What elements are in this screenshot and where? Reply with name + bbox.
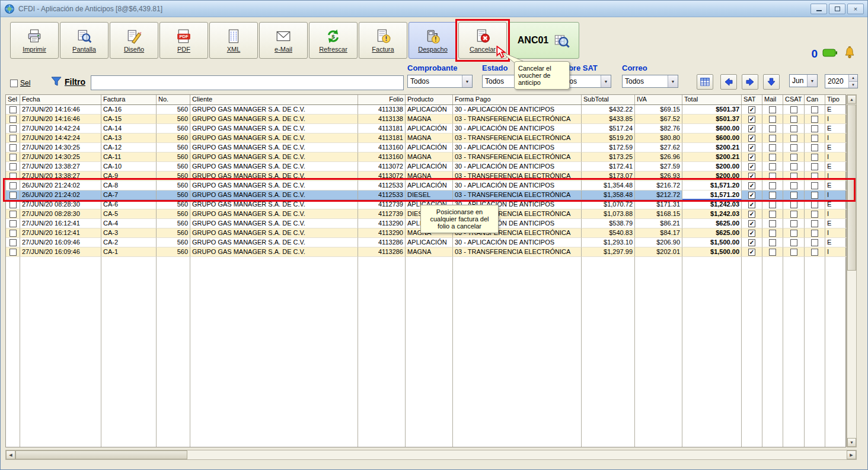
sel-all-checkbox[interactable] — [10, 80, 18, 87]
sel-checkbox[interactable] — [9, 211, 17, 218]
column-header-formapago[interactable]: Forma Pago — [453, 95, 582, 104]
sat-checkbox[interactable]: ✓ — [748, 116, 755, 123]
sel-checkbox[interactable] — [9, 163, 17, 170]
vertical-scrollbar[interactable]: ▲ ▼ — [847, 94, 857, 447]
mail-checkbox[interactable] — [769, 201, 776, 208]
sat-checkbox[interactable]: ✓ — [748, 230, 755, 237]
sel-checkbox[interactable] — [9, 106, 17, 113]
diseno-button[interactable]: Diseño — [110, 22, 158, 59]
sel-checkbox[interactable] — [9, 144, 17, 151]
column-header-iva[interactable]: IVA — [635, 95, 682, 104]
can-checkbox[interactable] — [811, 116, 818, 123]
month-dropdown[interactable]: Jun ▼ — [789, 74, 818, 87]
column-header-folio[interactable]: Folio — [358, 95, 406, 104]
correo-dropdown[interactable]: Todos ▼ — [622, 75, 678, 88]
csat-checkbox[interactable] — [790, 249, 797, 256]
grid-view-button[interactable] — [697, 74, 713, 90]
nav-previous-button[interactable] — [720, 74, 737, 90]
mail-checkbox[interactable] — [769, 163, 776, 170]
csat-checkbox[interactable] — [790, 125, 797, 132]
sat-checkbox[interactable]: ✓ — [748, 192, 755, 199]
can-checkbox[interactable] — [811, 211, 818, 218]
column-header-can[interactable]: Can — [805, 95, 825, 104]
mail-checkbox[interactable] — [769, 192, 776, 199]
column-header-tipo[interactable]: Tipo — [825, 95, 847, 104]
can-checkbox[interactable] — [811, 192, 818, 199]
can-checkbox[interactable] — [811, 249, 818, 256]
mail-checkbox[interactable] — [769, 173, 776, 180]
column-header-cliente[interactable]: Cliente — [190, 95, 358, 104]
can-checkbox[interactable] — [811, 106, 818, 113]
pantalla-button[interactable]: Pantalla — [60, 22, 108, 59]
csat-checkbox[interactable] — [790, 230, 797, 237]
imprimir-button[interactable]: Imprimir — [10, 22, 59, 59]
mail-checkbox[interactable] — [769, 154, 776, 161]
can-checkbox[interactable] — [811, 135, 818, 142]
column-header-total[interactable]: Total — [682, 95, 742, 104]
sel-checkbox[interactable] — [9, 192, 17, 199]
nav-down-button[interactable] — [763, 74, 780, 90]
sat-checkbox[interactable]: ✓ — [748, 154, 755, 161]
table-row[interactable]: 27/JUN/20 13:38:27CA-10560GRUPO GAS MANA… — [6, 162, 845, 172]
mail-checkbox[interactable] — [769, 230, 776, 237]
sat-checkbox[interactable]: ✓ — [748, 201, 755, 208]
table-row[interactable]: 27/JUN/20 14:30:25CA-12560GRUPO GAS MANA… — [6, 143, 845, 153]
sel-checkbox[interactable] — [9, 220, 17, 227]
spin-up-icon[interactable]: ▲ — [849, 75, 857, 82]
sat-checkbox[interactable]: ✓ — [748, 211, 755, 218]
table-row[interactable]: 27/JUN/20 14:16:46CA-16560GRUPO GAS MANA… — [6, 105, 845, 115]
mail-checkbox[interactable] — [769, 239, 776, 246]
scroll-down-icon[interactable]: ▼ — [847, 438, 856, 447]
chevron-down-icon[interactable]: ▼ — [668, 75, 678, 87]
column-header-subtotal[interactable]: SubTotal — [582, 95, 635, 104]
mail-checkbox[interactable] — [769, 220, 776, 227]
can-checkbox[interactable] — [811, 201, 818, 208]
can-checkbox[interactable] — [811, 182, 818, 189]
csat-checkbox[interactable] — [790, 201, 797, 208]
can-checkbox[interactable] — [811, 163, 818, 170]
can-checkbox[interactable] — [811, 154, 818, 161]
mail-checkbox[interactable] — [769, 182, 776, 189]
sel-checkbox[interactable] — [9, 154, 17, 161]
sel-checkbox[interactable] — [9, 201, 17, 208]
table-row[interactable]: 27/JUN/20 16:09:46CA-1560GRUPO GAS MANAG… — [6, 247, 845, 257]
mail-checkbox[interactable] — [769, 211, 776, 218]
csat-checkbox[interactable] — [790, 163, 797, 170]
sat-checkbox[interactable]: ✓ — [748, 163, 755, 170]
sel-checkbox[interactable] — [9, 173, 17, 180]
table-row[interactable]: 27/JUN/20 14:16:46CA-15560GRUPO GAS MANA… — [6, 115, 845, 124]
table-row[interactable]: 26/JUN/20 21:24:02CA-7560GRUPO GAS MANAG… — [6, 190, 845, 200]
mail-checkbox[interactable] — [769, 249, 776, 256]
mail-checkbox[interactable] — [769, 125, 776, 132]
mail-checkbox[interactable] — [769, 106, 776, 113]
column-header-sel[interactable]: Sel — [6, 95, 20, 104]
table-row[interactable]: 26/JUN/20 21:24:02CA-8560GRUPO GAS MANAG… — [6, 181, 845, 190]
year-spinner[interactable]: 2020 ▲ ▼ — [825, 74, 858, 88]
mail-checkbox[interactable] — [769, 135, 776, 142]
refrescar-button[interactable]: $Refrescar — [309, 22, 358, 59]
sel-checkbox[interactable] — [9, 182, 17, 189]
sel-checkbox[interactable] — [9, 230, 17, 237]
sat-checkbox[interactable]: ✓ — [748, 249, 755, 256]
scroll-up-icon[interactable]: ▲ — [847, 95, 856, 104]
csat-checkbox[interactable] — [790, 182, 797, 189]
column-header-mail[interactable]: Mail — [762, 95, 783, 104]
sat-checkbox[interactable]: ✓ — [748, 106, 755, 113]
horizontal-scroll-thumb[interactable] — [15, 450, 187, 459]
sat-checkbox[interactable]: ✓ — [748, 144, 755, 151]
filter-input[interactable] — [91, 75, 404, 90]
sat-checkbox[interactable]: ✓ — [748, 220, 755, 227]
csat-checkbox[interactable] — [790, 135, 797, 142]
table-row[interactable]: 27/JUN/20 14:30:25CA-11560GRUPO GAS MANA… — [6, 153, 845, 162]
sat-checkbox[interactable]: ✓ — [748, 182, 755, 189]
mail-checkbox[interactable] — [769, 116, 776, 123]
table-row[interactable]: 27/JUN/20 14:42:24CA-14560GRUPO GAS MANA… — [6, 124, 845, 134]
sat-checkbox[interactable]: ✓ — [748, 173, 755, 180]
sel-checkbox[interactable] — [9, 125, 17, 132]
can-checkbox[interactable] — [811, 125, 818, 132]
chevron-down-icon[interactable]: ▼ — [601, 75, 611, 87]
can-checkbox[interactable] — [811, 239, 818, 246]
sel-checkbox[interactable] — [9, 135, 17, 142]
close-button[interactable]: × — [847, 4, 864, 14]
sat-checkbox[interactable]: ✓ — [748, 135, 755, 142]
